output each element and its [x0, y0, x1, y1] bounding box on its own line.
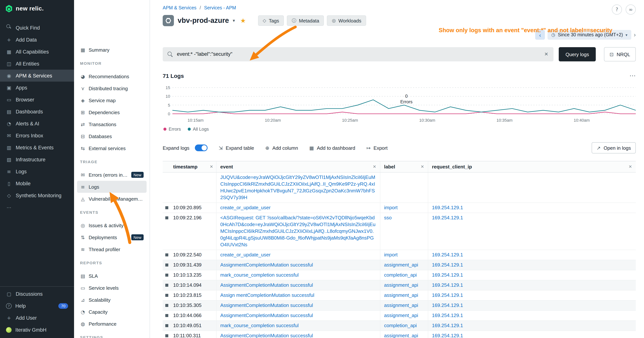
table-row[interactable]: 10:10:14.094 AssignmentCompletionMutatio…	[163, 280, 636, 290]
global-nav-item[interactable]: + Add Data	[0, 34, 74, 46]
remove-column-icon[interactable]: ✕	[421, 163, 424, 170]
log-ip-link[interactable]: 169.254.129.1	[432, 215, 463, 220]
log-ip-link[interactable]: 169.254.129.1	[432, 272, 463, 278]
entity-nav-item[interactable]: ⊿ Scalability	[77, 294, 146, 306]
table-row[interactable]: 10:10:44.066 AssignmentCompletionMutatio…	[163, 311, 636, 321]
entity-nav-item[interactable]: ▭ Service levels	[77, 282, 146, 294]
log-ip-link[interactable]: 169.254.129.1	[432, 323, 463, 328]
log-label-link[interactable]: assignment_api	[384, 312, 418, 318]
log-event-link[interactable]: Assign mentCompletionMutation successful	[220, 292, 314, 298]
log-ip-link[interactable]: 169.254.129.1	[432, 282, 463, 288]
log-event-link[interactable]: AssignmentCompletionMutation successful	[220, 282, 313, 288]
open-in-logs-button[interactable]: ↗ Open in logs	[592, 142, 636, 153]
log-event-link[interactable]: AssignmentCompletionMutation successful	[220, 333, 313, 338]
row-handle-icon[interactable]	[165, 314, 168, 317]
entity-nav-item[interactable]: ◎ Issues & activity	[77, 219, 146, 231]
global-nav-item[interactable]: ▭ Browser	[0, 94, 74, 106]
global-nav-item[interactable]: ◫ All Entities	[0, 58, 74, 70]
table-row[interactable]: 10:09:22.196 <ASGIRequest: GET '/sso/cal…	[163, 213, 636, 250]
log-event-link[interactable]: create_or_update_user	[220, 252, 270, 257]
entity-chip[interactable]: ◎ Workloads	[327, 15, 366, 26]
table-row[interactable]: 10:09:20.895 create_or_update_user impor…	[163, 203, 636, 213]
entity-nav-item[interactable]: ✉ Errors (errors inb... New	[77, 169, 146, 181]
global-nav-item[interactable]: ▦ All Capabilities	[0, 46, 74, 58]
log-label-link[interactable]: assignment_api	[384, 292, 418, 298]
entity-nav-item[interactable]: ◈ Service map	[77, 94, 146, 106]
remove-column-icon[interactable]: ✕	[373, 163, 376, 170]
log-event-link[interactable]: AssignmentCompletionMutation successful	[220, 312, 313, 318]
log-label-link[interactable]: import	[384, 252, 398, 257]
entity-nav-item[interactable]: ≡ Logs	[77, 181, 146, 193]
log-label-link[interactable]: assignment_api	[384, 262, 418, 268]
log-ip-link[interactable]: 169.254.129.1	[432, 312, 463, 318]
global-nav-item[interactable]: ⋯	[0, 201, 74, 213]
nrql-button[interactable]: ⊡ NRQL	[604, 47, 636, 61]
global-nav-item[interactable]: Quick Find	[0, 22, 74, 34]
remove-column-icon[interactable]: ✕	[210, 163, 213, 170]
breadcrumb-link-services-apm[interactable]: Services - APM	[204, 5, 236, 11]
global-nav-item[interactable]: ≡ Logs	[0, 165, 74, 177]
log-label-link[interactable]: sso	[384, 215, 392, 220]
permalink-icon[interactable]: ∞	[626, 5, 636, 15]
entity-nav-item[interactable]: ≋ Thread profiler	[77, 243, 146, 255]
entity-nav-item[interactable]: ⋎ Distributed tracing	[77, 82, 146, 94]
row-handle-icon[interactable]	[165, 334, 168, 337]
global-nav-item[interactable]: ▣ Apps	[0, 82, 74, 94]
log-event-link[interactable]: mark_course_completion successful	[220, 272, 299, 278]
log-ip-link[interactable]: 169.254.129.1	[432, 252, 463, 257]
table-row[interactable]: 10:09:31.439 AssignmentCompletionMutatio…	[163, 260, 636, 270]
global-nav-item[interactable]: ▥ Metrics & Events	[0, 142, 74, 153]
table-row[interactable]: JUQVU&code=eyJraWQiOiJjcGltY29yZV8wOTl1M…	[163, 173, 636, 203]
log-event-link[interactable]: JUQVU&code=eyJraWQiOiJjcGltY29yZV8wOTl1M…	[220, 174, 375, 200]
global-nav-item[interactable]: ◇ Synthetic Monitoring	[0, 189, 74, 201]
row-handle-icon[interactable]	[165, 284, 168, 287]
entity-nav-item[interactable]: ◕ Recommendations	[77, 70, 146, 82]
row-handle-icon[interactable]	[165, 253, 168, 256]
logs-query-input[interactable]: event:* -"label":"security" ✕	[163, 47, 554, 61]
log-event-link[interactable]: AssignmentCompletionMutation successful	[220, 262, 313, 268]
entity-nav-item[interactable]: ▦ Summary	[77, 44, 146, 56]
table-row[interactable]: 10:11:00.311 AssignmentCompletionMutatio…	[163, 331, 636, 338]
row-handle-icon[interactable]	[165, 324, 168, 327]
table-row[interactable]: 10:10:35.305 AssignmentCompletionMutatio…	[163, 300, 636, 311]
table-row[interactable]: 10:10:23.815 Assign mentCompletionMutati…	[163, 290, 636, 300]
entity-switcher-caret-icon[interactable]: ▾	[233, 18, 235, 23]
entity-nav-item[interactable]: ◬ Vulnerability Management	[77, 193, 146, 205]
log-label-link[interactable]: import	[384, 205, 398, 210]
add-column-button[interactable]: ⊕ Add column	[265, 145, 298, 151]
log-event-link[interactable]: AssignmentCompletionMutation successful	[220, 302, 313, 308]
entity-nav-item[interactable]: ⊞ Dependencies	[77, 106, 146, 118]
column-header-request-client-ip[interactable]: request_client_ip ✕	[428, 161, 636, 172]
entity-nav-item[interactable]: ◔ Capacity	[77, 306, 146, 318]
log-label-link[interactable]: assignment_api	[384, 282, 418, 288]
entity-nav-item[interactable]: ◍ Performance	[77, 318, 146, 330]
row-handle-icon[interactable]	[165, 216, 168, 219]
entity-nav-item[interactable]: ⇆ External services	[77, 142, 146, 154]
log-label-link[interactable]: assignment_api	[384, 333, 418, 338]
breadcrumb-link-apm-services[interactable]: APM & Services	[163, 5, 196, 11]
column-header-timestamp[interactable]: timestamp ✕	[172, 161, 216, 172]
new-relic-logo[interactable]: new relic.	[0, 0, 74, 15]
log-ip-link[interactable]: 169.254.129.1	[432, 205, 463, 210]
table-row[interactable]: 10:10:13.235 mark_course_completion succ…	[163, 270, 636, 280]
export-button[interactable]: ↦ Export	[366, 145, 388, 151]
log-event-link[interactable]: <ASGIRequest: GET '/sso/callback/?state=…	[220, 215, 376, 247]
add-to-dashboard-button[interactable]: ▦ Add to dashboard	[309, 145, 355, 151]
expand-table-button[interactable]: ⇲ Expand table	[218, 145, 254, 151]
entity-chip[interactable]: ◇ Tags	[258, 15, 284, 26]
global-nav-item[interactable]: ◔ Alerts & AI	[0, 118, 74, 130]
entity-nav-item[interactable]: ⊟ Databases	[77, 130, 146, 142]
remove-column-icon[interactable]: ✕	[629, 163, 632, 170]
table-row[interactable]: 10:09:22.540 create_or_update_user impor…	[163, 250, 636, 260]
legend-item[interactable]: All Logs	[188, 127, 209, 132]
global-nav-footer-item[interactable]: + Add User	[0, 312, 74, 324]
row-handle-icon[interactable]	[165, 263, 168, 266]
column-header-label[interactable]: label ✕	[380, 161, 428, 172]
global-nav-item[interactable]: ▧ Infrastructure	[0, 153, 74, 165]
log-ip-link[interactable]: 169.254.129.1	[432, 262, 463, 268]
log-event-link[interactable]: mark_course_completion successful	[220, 323, 299, 328]
entity-chip[interactable]: ⓘ Metadata	[287, 15, 324, 26]
log-event-link[interactable]: create_or_update_user	[220, 205, 270, 210]
row-handle-icon[interactable]	[165, 274, 168, 277]
legend-item[interactable]: Errors	[164, 127, 181, 132]
